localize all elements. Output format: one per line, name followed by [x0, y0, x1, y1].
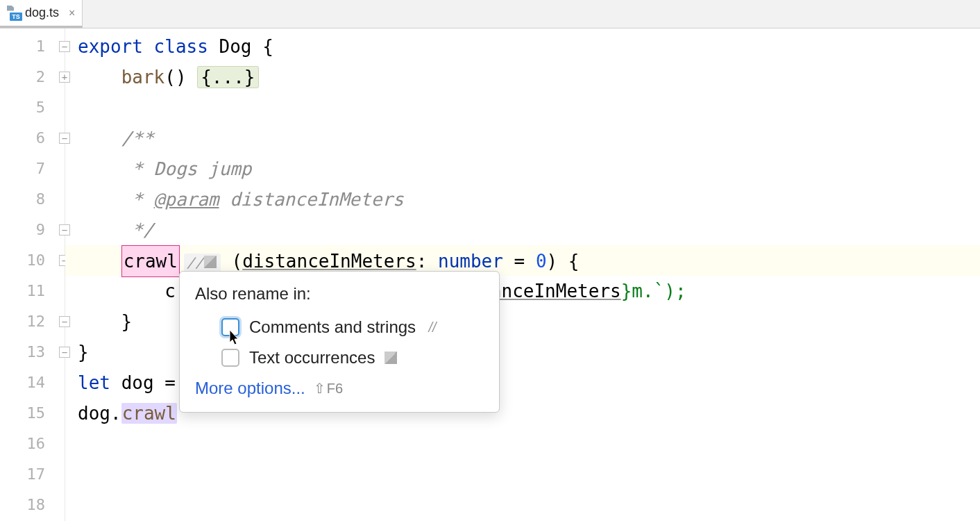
eq: =: [503, 251, 536, 272]
tab-filename: dog.ts: [25, 6, 59, 20]
eq: =: [154, 372, 176, 393]
text-doc-icon: [204, 256, 217, 268]
rename-hint-badges: //: [184, 254, 221, 272]
mouse-cursor-icon: [229, 330, 242, 347]
line-number: 8: [36, 190, 45, 208]
ts-file-icon: TS: [6, 6, 21, 21]
line-number: 17: [27, 465, 46, 483]
file-tab[interactable]: TS dog.ts ×: [0, 0, 83, 28]
keyword: export: [78, 36, 143, 57]
line-number: 6: [36, 129, 45, 147]
colon: :: [416, 251, 438, 272]
option-label: Text occurrences: [249, 348, 375, 367]
paren: (: [221, 251, 242, 272]
parens: (): [164, 67, 186, 88]
folded-region[interactable]: {...}: [197, 66, 258, 88]
gutter: 1 2 5 6 7 8 9 10 11 12 13 14 15 16 17 18: [0, 28, 65, 521]
shift-key-icon: ⇧: [314, 380, 326, 397]
line-number: 1: [36, 38, 45, 55]
method-usage: crawl: [121, 403, 177, 424]
indent: [78, 281, 164, 301]
line-number: 11: [27, 282, 46, 299]
line-number: 13: [27, 343, 46, 361]
comment-slash-icon: //: [425, 320, 439, 334]
keyword: class: [154, 36, 208, 57]
number: 0: [536, 251, 547, 272]
shortcut-hint: ⇧F6: [314, 380, 343, 397]
variable: dog: [121, 372, 154, 393]
comment: * Dogs jump: [121, 158, 252, 179]
variable: dog: [78, 403, 110, 424]
comment: distanceInMeters: [219, 189, 404, 210]
line-number: 9: [36, 221, 45, 238]
line-number: 7: [36, 160, 45, 177]
line-number: 12: [27, 313, 46, 330]
checkbox[interactable]: [221, 349, 239, 367]
rename-option-text[interactable]: Text occurrences: [195, 348, 484, 367]
line-number: 5: [36, 99, 45, 116]
line-number: 14: [27, 374, 46, 391]
text-doc-icon: [385, 352, 397, 364]
string: }m.`);: [621, 281, 686, 301]
method-name: bark: [121, 67, 165, 88]
brace: }: [78, 342, 89, 363]
rename-input[interactable]: crawl: [121, 245, 180, 277]
dot: .: [110, 403, 121, 424]
jsdoc-tag: @param: [154, 189, 219, 210]
line-number: 10: [27, 251, 46, 269]
option-label: Comments and strings: [249, 317, 416, 337]
code-text: c: [164, 281, 176, 301]
rename-popup: Also rename in: Comments and strings // …: [179, 271, 500, 413]
comment: /**: [121, 128, 154, 149]
comment-slash-icon: //: [188, 256, 202, 270]
close-tab-icon[interactable]: ×: [69, 7, 75, 19]
comment: *: [121, 189, 154, 210]
keyword: let: [78, 372, 110, 393]
comment: */: [121, 220, 154, 240]
line-number: 16: [27, 435, 46, 452]
brace: }: [78, 311, 132, 332]
identifier: anceInMeters: [491, 281, 621, 301]
parameter: distanceInMeters: [242, 251, 416, 272]
line-number: 18: [27, 496, 46, 513]
tab-bar: TS dog.ts ×: [0, 0, 980, 28]
class-name: Dog: [219, 36, 252, 57]
brace: {: [251, 36, 273, 57]
more-options-link[interactable]: More options...: [195, 379, 305, 398]
brace: ) {: [547, 251, 580, 272]
shortcut-key: F6: [327, 381, 343, 397]
popup-title: Also rename in:: [195, 284, 484, 304]
type: number: [438, 251, 503, 272]
line-number: 2: [36, 68, 45, 85]
line-number: 15: [27, 404, 46, 422]
